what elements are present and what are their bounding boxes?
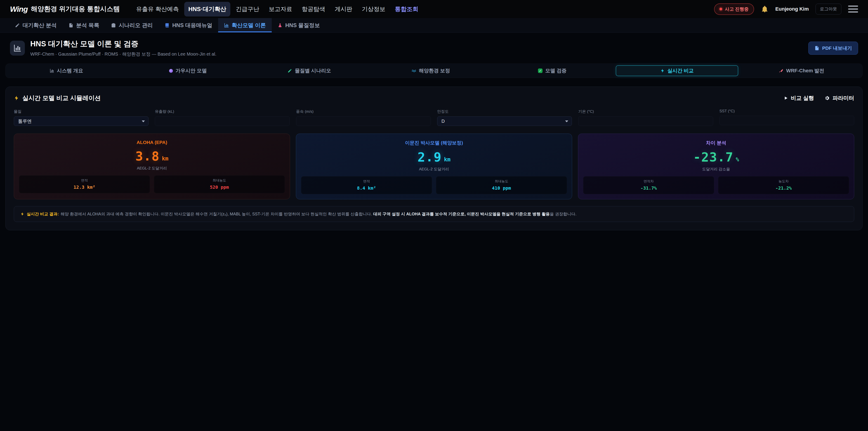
parameters-label: 파라미터 xyxy=(833,94,854,102)
stability-label: 안정도 xyxy=(437,109,572,114)
result-value: 3.8 xyxy=(135,149,160,163)
incident-status-badge: 사고 진행중 xyxy=(714,3,754,15)
top-menu-item-integrated-search[interactable]: 통합조회 xyxy=(391,2,423,17)
section-tab-model-validation[interactable]: ✓ 모델 검증 xyxy=(492,64,613,78)
section-tab-label: 해양환경 보정 xyxy=(419,67,450,74)
subnav-label: 분석 목록 xyxy=(76,22,99,29)
bolt-icon xyxy=(14,95,19,101)
simulation-form: 물질 톨루엔 유출량 (kL) 풍속 (m/s) 안정도 D 기온 (°C) xyxy=(14,109,854,126)
pencil-icon xyxy=(287,68,292,73)
note-suffix: 을 권장합니다. xyxy=(550,212,577,216)
stat-box-area-diff: 면적차 -31.7% xyxy=(583,176,714,194)
section-tab-label: WRF-Chem 발전 xyxy=(786,67,825,74)
result-caption: AEGL-2 도달거리 xyxy=(301,166,567,172)
chart-icon xyxy=(224,23,229,28)
comparison-result-note: 실시간 비교 결과:해양 환경에서 ALOHA의 과대 예측 경향이 확인됩니다… xyxy=(14,206,854,222)
section-tab-substance-scenarios[interactable]: 물질별 시나리오 xyxy=(249,64,370,78)
result-value-row: 3.8km xyxy=(19,149,285,163)
section-tab-marine-correction[interactable]: 해양환경 보정 xyxy=(370,64,491,78)
air-temp-input[interactable] xyxy=(578,116,713,126)
section-tab-wrf-chem[interactable]: WRF-Chem 발전 xyxy=(741,64,862,78)
flask-icon xyxy=(278,23,283,28)
wind-speed-input[interactable] xyxy=(296,116,431,126)
sst-label: SST (°C) xyxy=(719,109,854,114)
check-icon: ✓ xyxy=(538,68,542,73)
result-stats: 면적차 -31.7% 농도차 -21.2% xyxy=(583,176,849,194)
result-value-row: 2.9km xyxy=(301,150,567,164)
top-menu-item-hns-air-dispersion[interactable]: HNS·대기확산 xyxy=(184,2,230,17)
stat-box-max-concentration: 최대농도 520 ppm xyxy=(154,175,285,193)
stat-box-max-concentration: 최대농도 410 ppm xyxy=(436,176,567,194)
section-tab-gaussian-model[interactable]: 가우시안 모델 xyxy=(127,64,248,78)
result-unit: km xyxy=(162,155,168,162)
document-icon xyxy=(68,23,73,28)
stability-select-wrap: D xyxy=(437,116,572,126)
section-tab-label: 모델 검증 xyxy=(545,67,566,74)
stat-box-concentration-diff: 농도차 -21.2% xyxy=(718,176,849,194)
top-menu-item-aerial-search[interactable]: 항공탐색 xyxy=(298,2,329,17)
result-value: 2.9 xyxy=(417,150,442,164)
clipboard-icon xyxy=(111,23,116,28)
stat-label: 농도차 xyxy=(720,179,847,184)
page-header-titles: HNS 대기확산 모델 이론 및 검증 WRF-Chem · Gaussian … xyxy=(30,39,216,57)
top-menu-item-board[interactable]: 게시판 xyxy=(331,2,356,17)
spill-volume-input[interactable] xyxy=(155,116,289,126)
logout-button[interactable]: 로그아웃 xyxy=(815,4,841,14)
subnav-item-dispersion-analysis[interactable]: 대기확산 분석 xyxy=(9,18,63,32)
top-menu-item-reports[interactable]: 보고자료 xyxy=(265,2,296,17)
section-tab-realtime-comparison[interactable]: 실시간 비교 xyxy=(616,65,738,76)
stat-label: 면적차 xyxy=(585,179,712,184)
sst-input[interactable] xyxy=(719,116,854,125)
pdf-export-button[interactable]: PDF 내보내기 xyxy=(808,41,858,55)
menu-icon[interactable] xyxy=(848,6,858,12)
result-card-lee-moonjin-model: 이문진 박사모델 (해양보정) 2.9km AEGL-2 도달거리 면적 8.4… xyxy=(296,133,572,199)
top-menu: 유출유 확산예측 HNS·대기확산 긴급구난 보고자료 항공탐색 게시판 기상정… xyxy=(132,2,423,17)
status-dot-icon xyxy=(719,8,722,10)
page-title: HNS 대기확산 모델 이론 및 검증 xyxy=(30,39,216,49)
section-tabs: 시스템 개요 가우시안 모델 물질별 시나리오 해양환경 보정 ✓ 모델 검증 … xyxy=(5,63,863,78)
sub-navbar: 대기확산 분석 분석 목록 시나리오 관리 HNS 대응매뉴얼 확산모델 이론 … xyxy=(0,18,868,33)
parameters-button[interactable]: 파라미터 xyxy=(825,94,854,102)
stability-select[interactable]: D xyxy=(437,116,572,126)
stat-value: 520 ppm xyxy=(156,184,283,190)
subnav-item-analysis-list[interactable]: 분석 목록 xyxy=(63,18,105,32)
page-header: HNS 대기확산 모델 이론 및 검증 WRF-Chem · Gaussian … xyxy=(0,33,868,57)
subnav-label: HNS 대응매뉴얼 xyxy=(172,22,212,29)
subnav-item-scenario-management[interactable]: 시나리오 관리 xyxy=(105,18,159,32)
run-comparison-button[interactable]: 비교 실행 xyxy=(783,94,814,102)
result-card-title: ALOHA (EPA) xyxy=(19,140,285,145)
stat-label: 면적 xyxy=(21,178,148,183)
page-subtitle: WRF-Chem · Gaussian Plume/Puff · ROMS · … xyxy=(30,51,216,57)
stat-value: -21.2% xyxy=(720,185,847,191)
bell-icon[interactable] xyxy=(761,5,769,13)
subnav-item-hns-substance-info[interactable]: HNS 물질정보 xyxy=(272,18,326,32)
subnav-label: 확산모델 이론 xyxy=(232,22,266,29)
simulation-title-row: 실시간 모델 비교 시뮬레이션 xyxy=(14,94,101,102)
simulation-results: ALOHA (EPA) 3.8km AEGL-2 도달거리 면적 12.3 km… xyxy=(14,133,854,199)
stat-label: 최대농도 xyxy=(156,178,283,183)
result-stats: 면적 12.3 km² 최대농도 520 ppm xyxy=(19,175,285,193)
chart-icon xyxy=(13,44,22,52)
top-menu-item-emergency-rescue[interactable]: 긴급구난 xyxy=(232,2,264,17)
subnav-item-dispersion-model-theory[interactable]: 확산모델 이론 xyxy=(218,18,272,32)
section-tab-system-overview[interactable]: 시스템 개요 xyxy=(6,64,127,78)
stat-label: 면적 xyxy=(303,179,430,184)
top-navbar: Wing 해양환경 위기대응 통합시스템 유출유 확산예측 HNS·대기확산 긴… xyxy=(0,0,868,18)
stat-value: -31.7% xyxy=(585,185,712,191)
substance-select[interactable]: 톨루엔 xyxy=(14,116,149,126)
result-unit: km xyxy=(444,156,451,163)
subnav-item-hns-response-manual[interactable]: HNS 대응매뉴얼 xyxy=(159,18,218,32)
result-value: -23.7 xyxy=(693,150,734,164)
stat-value: 8.4 km² xyxy=(303,185,430,191)
realtime-comparison-panel: 실시간 모델 비교 시뮬레이션 비교 실행 파라미터 물질 톨루엔 xyxy=(5,87,863,230)
top-menu-item-weather-info[interactable]: 기상정보 xyxy=(358,2,390,17)
brand[interactable]: Wing 해양환경 위기대응 통합시스템 xyxy=(10,4,120,13)
note-body: 해양 환경에서 ALOHA의 과대 예측 경향이 확인됩니다. 이문진 박사모델… xyxy=(61,212,372,216)
result-card-title: 차이 분석 xyxy=(583,140,849,146)
subnav-label: 대기확산 분석 xyxy=(23,22,57,29)
spill-volume-field: 유출량 (kL) xyxy=(155,109,289,126)
simulation-title: 실시간 모델 비교 시뮬레이션 xyxy=(22,94,101,102)
stat-value: 410 ppm xyxy=(438,185,565,191)
top-menu-item-oil-dispersion-forecast[interactable]: 유출유 확산예측 xyxy=(132,2,183,17)
pencil-icon xyxy=(15,23,20,28)
